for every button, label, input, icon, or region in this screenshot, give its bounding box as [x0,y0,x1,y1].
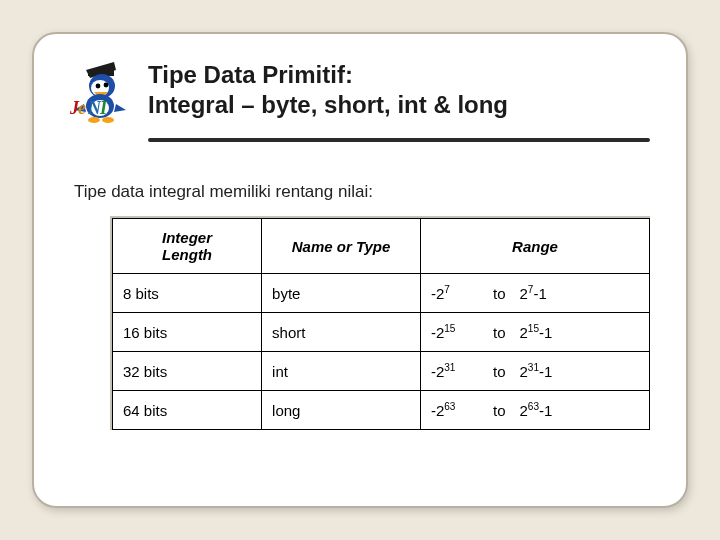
table-row: 8 bits byte -27 to 27-1 [113,274,650,313]
svg-text:I: I [99,98,108,118]
table-row: 64 bits long -263 to 263-1 [113,391,650,430]
title-block: Tipe Data Primitif: Integral – byte, sho… [148,56,654,120]
title-line-1: Tipe Data Primitif: [148,60,654,90]
jeni-logo-icon: J e N I [66,56,134,130]
exp-low: 31 [444,362,455,373]
exp-high: 15 [528,323,539,334]
range-to: to [493,324,506,341]
cell-range: -215 to 215-1 [420,313,649,352]
table-row: 16 bits short -215 to 215-1 [113,313,650,352]
cell-range: -27 to 27-1 [420,274,649,313]
svg-point-4 [96,84,101,89]
header-rule [148,138,650,142]
cell-type: long [262,391,421,430]
header: J e N I Tipe Data Primitif: Integral – b… [66,56,654,130]
cell-type: byte [262,274,421,313]
svg-text:e: e [78,98,86,118]
integral-table: Integer Length Name or Type Range 8 bits… [112,218,650,430]
exp-high: 7 [528,284,534,295]
svg-point-5 [104,83,109,88]
exp-low: 15 [444,323,455,334]
range-to: to [493,402,506,419]
exp-low: 7 [444,284,450,295]
exp-high: 63 [528,401,539,412]
table-row: 32 bits int -231 to 231-1 [113,352,650,391]
cell-range: -231 to 231-1 [420,352,649,391]
header-length: Length [162,246,212,263]
cell-type: int [262,352,421,391]
cell-type: short [262,313,421,352]
cell-length: 8 bits [113,274,262,313]
col-range: Range [420,219,649,274]
col-integer-length: Integer Length [113,219,262,274]
exp-low: 63 [444,401,455,412]
integral-table-wrap: Integer Length Name or Type Range 8 bits… [110,216,650,430]
title-line-2: Integral – byte, short, int & long [148,90,654,120]
header-integer: Integer [162,229,212,246]
col-name-or-type: Name or Type [262,219,421,274]
subtitle: Tipe data integral memiliki rentang nila… [74,182,654,202]
slide-frame: J e N I Tipe Data Primitif: Integral – b… [32,32,688,508]
table-header-row: Integer Length Name or Type Range [113,219,650,274]
cell-length: 16 bits [113,313,262,352]
range-to: to [493,363,506,380]
jeni-logo: J e N I [66,56,134,130]
cell-length: 64 bits [113,391,262,430]
exp-high: 31 [528,362,539,373]
cell-length: 32 bits [113,352,262,391]
range-to: to [493,285,506,302]
cell-range: -263 to 263-1 [420,391,649,430]
